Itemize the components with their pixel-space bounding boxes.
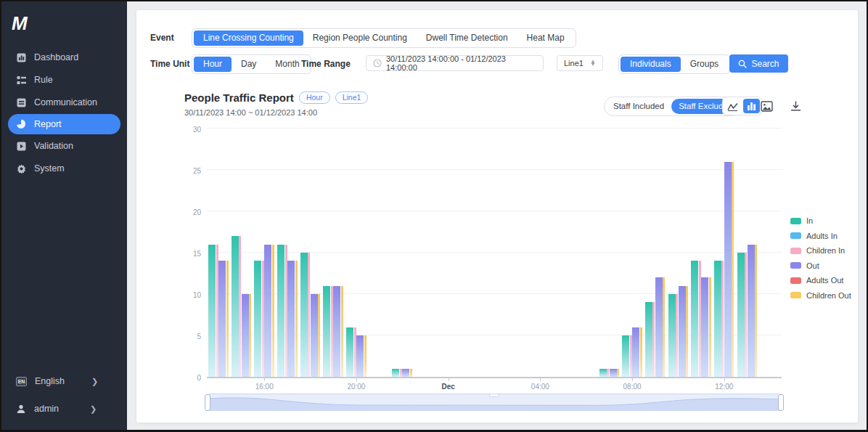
y-axis-label: 30 (176, 126, 201, 134)
language-selector[interactable]: EN English ❯ (1, 367, 127, 395)
time-range-value: 30/11/2023 14:00:00 - 01/12/2023 14:00:0… (386, 54, 536, 72)
bar-children-out (709, 277, 711, 377)
legend-item-adults-in[interactable]: Adults In (790, 229, 851, 244)
sidebar-item-rule[interactable]: Rule (1, 69, 127, 91)
x-axis-label: Dec (441, 383, 454, 391)
sidebar-item-system[interactable]: System (1, 158, 127, 179)
sidebar-item-communication[interactable]: Communication (1, 91, 127, 113)
sidebar-item-label: Dashboard (34, 52, 78, 62)
legend-item-children-out[interactable]: Children Out (790, 288, 851, 303)
brush-center-handle[interactable] (489, 394, 499, 397)
mode-individuals[interactable]: Individuals (621, 57, 681, 72)
bar-in (346, 327, 353, 377)
x-axis-label: 20:00 (347, 383, 365, 391)
gridline (207, 128, 782, 129)
bar-children-out (663, 277, 665, 377)
bar-group-15:00 (230, 130, 253, 377)
bar-out (679, 286, 686, 377)
search-button[interactable]: Search (729, 54, 788, 73)
bar-group-22:00 (390, 130, 414, 377)
bar-out (311, 294, 318, 377)
user-label: admin (34, 404, 59, 414)
search-button-label: Search (751, 59, 779, 69)
bar-in (668, 294, 676, 377)
download-icon[interactable] (788, 99, 803, 113)
bar-group-16:00 (253, 130, 276, 377)
bar-group-08:00 (621, 130, 644, 377)
time-unit-day[interactable]: Day (232, 57, 266, 72)
time-unit-hour[interactable]: Hour (194, 57, 232, 72)
brush-right-handle[interactable] (778, 394, 784, 411)
x-axis-tick (632, 378, 633, 381)
sidebar-item-dashboard[interactable]: Dashboard (1, 46, 127, 68)
mode-groups[interactable]: Groups (681, 57, 728, 72)
bar-group-09:00 (644, 130, 667, 377)
bar-in (323, 286, 330, 377)
event-tab-region-people-counting[interactable]: Region People Counting (303, 30, 417, 46)
event-tab-dwell-time-detection[interactable]: Dwell Time Detection (417, 30, 517, 46)
bar-out (402, 369, 409, 377)
bar-group-07:00 (598, 130, 621, 377)
time-range-input[interactable]: 30/11/2023 14:00:00 - 01/12/2023 14:00:0… (366, 55, 544, 71)
user-menu[interactable]: admin ❯ (1, 395, 127, 423)
chevron-right-icon: ❯ (90, 404, 97, 414)
clock-icon (373, 59, 382, 68)
time-unit-tabs: HourDayMonth (192, 54, 311, 74)
bar-in (254, 261, 261, 377)
bar-chart-icon[interactable] (743, 99, 760, 113)
system-icon (16, 163, 26, 174)
chart-type-group (722, 97, 762, 115)
line-chart-icon[interactable] (724, 99, 741, 113)
legend-swatch (790, 232, 801, 239)
bar-children-out (364, 335, 367, 377)
stepper-arrows-icon[interactable]: ▲▼ (590, 60, 596, 66)
legend-item-out[interactable]: Out (790, 258, 851, 274)
language-label: English (35, 376, 65, 386)
bar-in (714, 261, 721, 377)
event-label: Event (150, 33, 174, 43)
bar-out (701, 277, 708, 377)
bar-in (208, 245, 216, 377)
communication-icon (16, 97, 26, 107)
legend-label: Children In (806, 246, 845, 255)
brush-left-handle[interactable] (205, 394, 210, 411)
bar-in (599, 369, 607, 377)
bar-children-out (617, 369, 619, 377)
time-range-label: Time Range (301, 59, 351, 69)
legend-label: Children Out (806, 291, 851, 300)
dashboard-icon (16, 52, 26, 62)
time-unit-label: Time Unit (150, 59, 189, 69)
staff-staff-included[interactable]: Staff Included (606, 99, 671, 114)
bar-in (622, 335, 629, 377)
x-axis-tick (540, 378, 541, 381)
event-tab-line-crossing-counting[interactable]: Line Crossing Counting (194, 30, 303, 46)
legend-item-children-in[interactable]: Children In (790, 243, 851, 258)
bar-group-11:00 (689, 130, 713, 377)
report-icon (16, 119, 26, 129)
sidebar-item-report[interactable]: Report (8, 114, 120, 134)
legend-label: Adults Out (806, 276, 843, 285)
line-selector-value: Line1 (564, 59, 584, 68)
sidebar-item-validation[interactable]: Validation (1, 135, 127, 157)
x-axis-label: 16:00 (255, 383, 274, 391)
y-axis-label: 10 (176, 291, 201, 299)
chart-plot-area[interactable] (207, 130, 782, 378)
event-tabs: Line Crossing CountingRegion People Coun… (192, 28, 576, 48)
event-tab-heat-map[interactable]: Heat Map (517, 30, 574, 46)
bar-in (392, 369, 399, 377)
sidebar-item-label: System (34, 163, 65, 174)
bar-group-18:00 (299, 130, 322, 377)
sidebar-item-label: Report (34, 119, 62, 129)
app-window: M DashboardRuleCommunicationReportValida… (0, 0, 868, 432)
validation-icon (16, 141, 26, 151)
bar-children-out (249, 294, 251, 377)
legend-item-adults-out[interactable]: Adults Out (790, 273, 851, 288)
data-zoom-brush[interactable] (207, 394, 782, 410)
bar-out (610, 369, 617, 377)
main-panel: Event Line Crossing CountingRegion Peopl… (136, 10, 858, 423)
bar-group-17:00 (276, 130, 299, 377)
legend-item-in[interactable]: In (790, 213, 851, 229)
bar-children-out (732, 162, 734, 377)
export-image-icon[interactable] (759, 99, 774, 113)
line-selector[interactable]: Line1 ▲▼ (557, 55, 603, 71)
